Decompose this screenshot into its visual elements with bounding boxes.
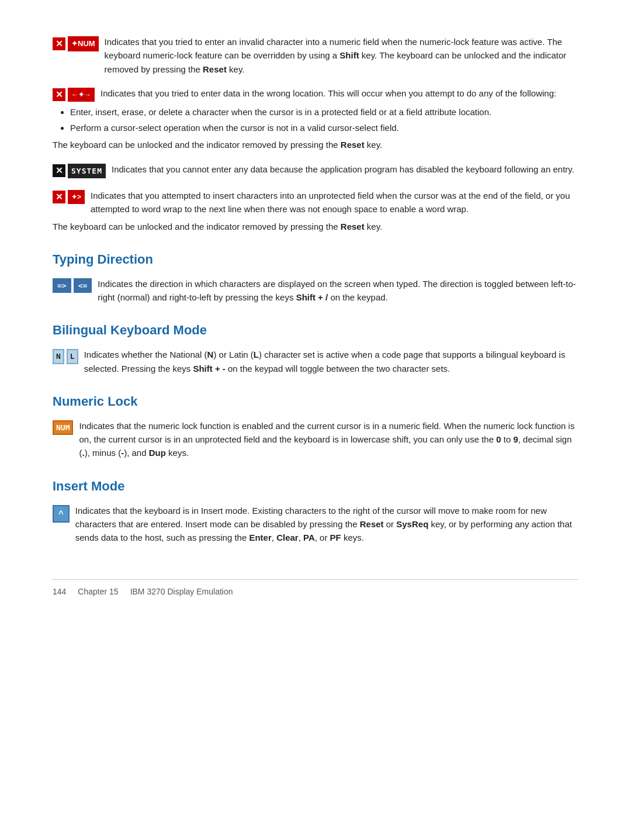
insert-mode-block: ^ Indicates that the keyboard is in Inse… [53, 504, 578, 545]
chapter-title: IBM 3270 Display Emulation [130, 586, 233, 598]
page-number: 144 [53, 586, 66, 598]
word-wrap-footer: The keyboard can be unlocked and the ind… [53, 220, 578, 233]
typing-direction-block: => <= Indicates the direction in which c… [53, 277, 578, 305]
num-lock-block: ✕ ✦NUM Indicates that you tried to enter… [53, 35, 578, 76]
list-item: Perform a cursor-select operation when t… [70, 121, 578, 134]
word-wrap-block: ✕ ✦> Indicates that you attempted to ins… [53, 189, 578, 233]
numeric-lock-icons: NUM [53, 420, 73, 435]
typing-direction-text: Indicates the direction in which charact… [98, 277, 578, 305]
word-wrap-text: Indicates that you attempted to insert c… [91, 189, 578, 216]
system-icons: ✕ SYSTEM [53, 164, 106, 179]
x-icon-3: ✕ [53, 164, 65, 177]
typing-direction-icons: => <= [53, 278, 92, 293]
arrow-right-badge: => [53, 278, 71, 293]
latin-badge: L [67, 349, 78, 364]
wrong-location-footer: The keyboard can be unlocked and the ind… [53, 138, 578, 151]
x-icon-2: ✕ [53, 88, 65, 101]
bilingual-text: Indicates whether the National (N) or La… [84, 348, 578, 375]
list-item: Enter, insert, erase, or delete a charac… [70, 105, 578, 119]
word-wrap-badge: ✦> [68, 190, 85, 204]
system-badge: SYSTEM [68, 164, 106, 179]
wrong-location-list: Enter, insert, erase, or delete a charac… [70, 105, 578, 135]
wrong-location-text: Indicates that you tried to enter data i… [100, 87, 556, 100]
chapter-label: Chapter 15 [78, 586, 118, 598]
numeric-lock-section-text: Indicates that the numeric lock function… [79, 419, 578, 460]
num-lock-icons: ✕ ✦NUM [53, 36, 99, 51]
num-lock-text: Indicates that you tried to enter an inv… [105, 35, 578, 76]
x-icon: ✕ [53, 37, 65, 50]
national-badge: N [53, 349, 64, 364]
system-block: ✕ SYSTEM Indicates that you cannot enter… [53, 163, 578, 179]
num-badge: ✦NUM [68, 36, 99, 51]
x-icon-4: ✕ [53, 191, 65, 203]
wrong-location-icons: ✕ ←✦→ [53, 88, 95, 102]
page-footer: 144 Chapter 15 IBM 3270 Display Emulatio… [53, 579, 578, 598]
numeric-lock-section-block: NUM Indicates that the numeric lock func… [53, 419, 578, 460]
wrong-location-block: ✕ ←✦→ Indicates that you tried to enter … [53, 87, 578, 152]
insert-mode-icons: ^ [53, 505, 70, 523]
num-lock-badge: NUM [53, 420, 73, 435]
typing-direction-heading: Typing Direction [53, 250, 578, 269]
insert-mode-heading: Insert Mode [53, 476, 578, 496]
bilingual-block: N L Indicates whether the National (N) o… [53, 348, 578, 375]
numeric-lock-heading: Numeric Lock [53, 392, 578, 411]
bilingual-heading: Bilingual Keyboard Mode [53, 320, 578, 340]
word-wrap-icons: ✕ ✦> [53, 190, 85, 204]
bilingual-icons: N L [53, 349, 78, 364]
system-text: Indicates that you cannot enter any data… [112, 163, 574, 176]
arrow-badge: ←✦→ [68, 88, 95, 102]
insert-mode-text: Indicates that the keyboard is in Insert… [75, 504, 578, 545]
insert-badge: ^ [53, 505, 70, 523]
arrow-left-badge: <= [74, 278, 92, 293]
